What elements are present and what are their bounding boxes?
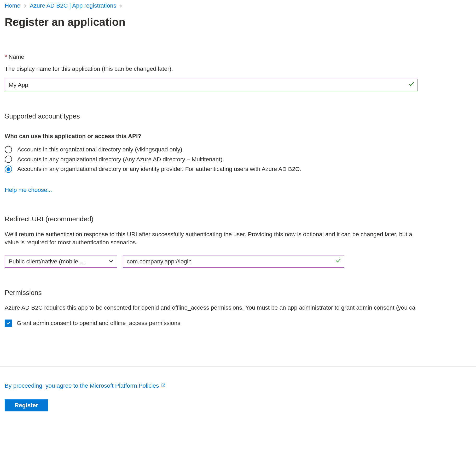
checkbox-label: Grant admin consent to openid and offlin… <box>17 319 180 327</box>
help-me-choose-link[interactable]: Help me choose... <box>5 186 52 194</box>
radio-label: Accounts in this organizational director… <box>17 145 184 154</box>
account-types-section: Supported account types Who can use this… <box>5 111 471 194</box>
required-star-icon: * <box>5 54 7 60</box>
divider <box>0 367 476 367</box>
checkmark-icon <box>409 81 414 90</box>
checkmark-icon <box>335 257 341 266</box>
breadcrumb-home[interactable]: Home <box>5 2 20 10</box>
radio-option-org-only[interactable]: Accounts in this organizational director… <box>5 145 471 154</box>
grant-consent-checkbox[interactable]: Grant admin consent to openid and offlin… <box>5 319 471 327</box>
chevron-right-icon <box>24 2 27 10</box>
page-title: Register an application <box>5 15 471 30</box>
radio-option-multitenant[interactable]: Accounts in any organizational directory… <box>5 155 471 164</box>
radio-icon <box>5 146 12 153</box>
radio-label: Accounts in any organizational directory… <box>17 155 224 164</box>
radio-icon-selected <box>5 166 12 173</box>
chevron-down-icon <box>109 257 113 266</box>
radio-label: Accounts in any organizational directory… <box>17 165 301 173</box>
name-label-text: Name <box>9 54 24 60</box>
permissions-section: Permissions Azure AD B2C requires this a… <box>5 288 471 327</box>
permissions-title: Permissions <box>5 288 471 297</box>
account-types-radio-group: Accounts in this organizational director… <box>5 145 471 173</box>
account-types-subhead: Who can use this application or access t… <box>5 132 471 140</box>
name-label: *Name <box>5 53 471 61</box>
breadcrumb: Home Azure AD B2C | App registrations <box>5 0 471 10</box>
checkbox-checked-icon <box>5 320 12 327</box>
external-link-icon <box>161 382 166 390</box>
redirect-uri-section: Redirect URI (recommended) We'll return … <box>5 214 471 267</box>
breadcrumb-b2c[interactable]: Azure AD B2C | App registrations <box>30 2 116 10</box>
footer: By proceeding, you agree to the Microsof… <box>5 370 471 411</box>
platform-select[interactable]: Public client/native (mobile ... <box>5 256 117 268</box>
permissions-description: Azure AD B2C requires this app to be con… <box>5 304 471 312</box>
account-types-title: Supported account types <box>5 111 471 121</box>
name-input[interactable] <box>5 79 417 91</box>
chevron-right-icon <box>119 2 123 10</box>
platform-policies-link[interactable]: By proceeding, you agree to the Microsof… <box>5 382 166 390</box>
redirect-uri-description: We'll return the authentication response… <box>5 230 417 247</box>
radio-icon <box>5 156 12 163</box>
platform-policies-label: By proceeding, you agree to the Microsof… <box>5 382 159 390</box>
register-button[interactable]: Register <box>5 399 48 411</box>
name-help: The display name for this application (t… <box>5 65 471 73</box>
redirect-uri-input[interactable] <box>123 256 344 268</box>
name-section: *Name The display name for this applicat… <box>5 53 471 91</box>
platform-select-value: Public client/native (mobile ... <box>5 256 117 268</box>
radio-option-b2c[interactable]: Accounts in any organizational directory… <box>5 165 471 173</box>
redirect-uri-title: Redirect URI (recommended) <box>5 214 471 224</box>
